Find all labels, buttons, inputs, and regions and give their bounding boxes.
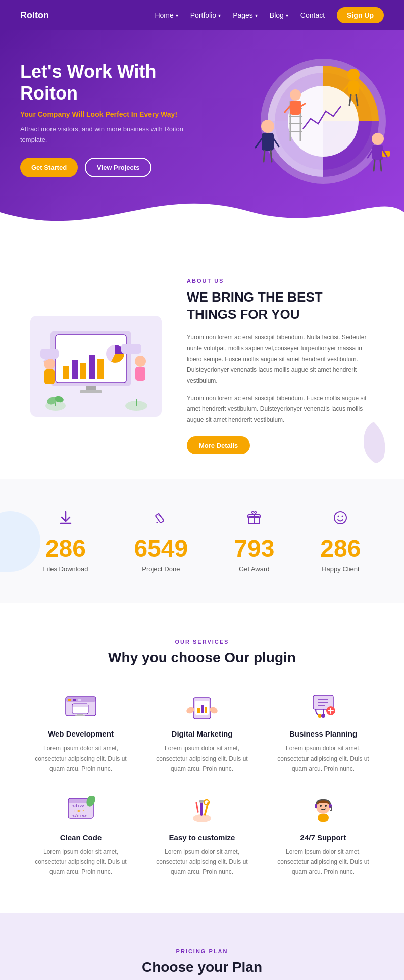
service-planning-name: Business Planning	[273, 729, 374, 738]
nav-contact[interactable]: Contact	[300, 11, 325, 19]
svg-rect-15	[372, 145, 383, 160]
svg-rect-39	[86, 386, 96, 390]
svg-rect-9	[262, 133, 274, 151]
svg-point-87	[318, 714, 322, 718]
svg-rect-66	[68, 699, 71, 701]
svg-rect-44	[135, 367, 145, 381]
hero-description: Attract more visitors, and win more busi…	[20, 124, 192, 145]
svg-rect-71	[77, 714, 83, 715]
hero-illustration	[222, 40, 394, 192]
service-planning-desc: Lorem ipsum dolor sit amet, consectetur …	[273, 743, 374, 774]
svg-rect-36	[89, 355, 95, 379]
hero-content: Let's Work With Roiton Your Company Will…	[20, 61, 192, 177]
nav-blog[interactable]: Blog	[270, 11, 288, 19]
service-code-desc: Lorem ipsum dolor sit amet, consectetur …	[30, 847, 131, 877]
decorative-blob-left	[0, 511, 40, 572]
svg-point-2	[347, 69, 360, 81]
nav-pages[interactable]: Pages	[233, 11, 258, 19]
hero-buttons: Get Started View Projects	[20, 158, 192, 177]
stat-awards-number: 793	[234, 534, 274, 562]
svg-rect-40	[80, 390, 102, 393]
service-support: 24/7 Support Lorem ipsum dolor sit amet,…	[273, 795, 374, 877]
svg-point-62	[338, 516, 339, 517]
svg-rect-35	[80, 363, 86, 379]
view-projects-button[interactable]: View Projects	[85, 158, 152, 177]
svg-rect-47	[121, 344, 141, 354]
services-header: OUR SERVICES Why you choose Our plugin	[30, 639, 374, 666]
svg-rect-3	[348, 81, 359, 95]
svg-rect-97	[199, 800, 204, 803]
hero-wave	[0, 182, 404, 242]
svg-line-12	[264, 151, 265, 162]
about-label: ABOUT US	[187, 278, 374, 284]
svg-point-8	[261, 120, 274, 133]
svg-rect-34	[72, 360, 78, 379]
smiley-icon	[320, 510, 361, 529]
svg-rect-28	[290, 101, 301, 115]
svg-point-102	[320, 805, 322, 807]
logo: Roiton	[20, 10, 49, 21]
clean-code-icon: <div> code </div>	[61, 795, 101, 825]
nav-portfolio[interactable]: Portfolio	[190, 11, 221, 19]
svg-point-88	[321, 714, 325, 718]
svg-rect-42	[44, 369, 55, 384]
services-label: OUR SERVICES	[30, 639, 374, 645]
service-digital-marketing: Digital Marketing Lorem ipsum dolor sit …	[152, 691, 252, 774]
about-section: ABOUT US WE BRING THE BEST THINGS FOR YO…	[0, 242, 404, 479]
svg-rect-75	[197, 708, 200, 713]
svg-line-13	[271, 151, 272, 162]
svg-rect-67	[73, 699, 76, 701]
pricing-section: PRICING PLAN Choose your Plan $10.00 per…	[0, 913, 404, 980]
signup-button[interactable]: Sign Up	[337, 7, 384, 23]
navbar: Roiton Home Portfolio Pages Blog Contact…	[0, 0, 404, 30]
svg-point-103	[325, 805, 327, 807]
stat-files-label: Files Download	[43, 565, 88, 573]
svg-rect-70	[72, 704, 88, 707]
stat-files-download: 286 Files Download	[43, 510, 88, 573]
stat-happy-client: 286 Happy Client	[320, 510, 361, 573]
about-image	[30, 316, 162, 417]
stat-project-label: Project Done	[134, 565, 188, 573]
svg-rect-72	[75, 715, 85, 716]
get-started-button[interactable]: Get Started	[20, 158, 78, 177]
service-code-name: Clean Code	[30, 833, 131, 842]
services-section: OUR SERVICES Why you choose Our plugin	[0, 603, 404, 912]
stats-section: 286 Files Download 6549 Project Done 793…	[0, 479, 404, 603]
svg-text:</div>: </div>	[72, 814, 87, 818]
svg-line-19	[374, 160, 375, 171]
svg-rect-104	[315, 804, 317, 808]
pricing-label: PRICING PLAN	[20, 948, 384, 954]
pricing-title: Choose your Plan	[20, 959, 384, 975]
svg-rect-77	[205, 707, 207, 713]
service-customize-name: Easy to customize	[152, 833, 252, 842]
service-web-development: Web Development Lorem ipsum dolor sit am…	[30, 691, 131, 774]
svg-rect-37	[97, 359, 104, 379]
svg-point-27	[290, 89, 301, 101]
stat-happy-label: Happy Client	[320, 565, 361, 573]
svg-line-20	[380, 160, 381, 171]
service-marketing-desc: Lorem ipsum dolor sit amet, consectetur …	[152, 743, 252, 774]
business-planning-icon	[303, 691, 343, 721]
stat-files-number: 286	[43, 534, 88, 562]
svg-rect-96	[200, 801, 203, 816]
stat-awards: 793 Get Award	[234, 510, 274, 573]
more-details-button[interactable]: More Details	[187, 436, 250, 454]
hero-section: Let's Work With Roiton Your Company Will…	[0, 30, 404, 242]
stat-awards-label: Get Award	[234, 565, 274, 573]
gift-icon	[234, 510, 274, 529]
svg-text:code: code	[74, 809, 84, 813]
svg-rect-106	[318, 814, 329, 822]
services-grid: Web Development Lorem ipsum dolor sit am…	[30, 691, 374, 877]
decorative-leaf	[354, 417, 394, 469]
support-icon	[303, 795, 343, 825]
stat-project-number: 6549	[134, 534, 188, 562]
stat-happy-number: 286	[320, 534, 361, 562]
service-web-name: Web Development	[30, 729, 131, 738]
svg-line-10	[256, 139, 262, 148]
about-text: ABOUT US WE BRING THE BEST THINGS FOR YO…	[187, 278, 374, 454]
service-clean-code: <div> code </div> Clean Code Lorem ipsum…	[30, 795, 131, 877]
service-easy-customize: Easy to customize Lorem ipsum dolor sit …	[152, 795, 252, 877]
service-support-name: 24/7 Support	[273, 833, 374, 842]
nav-home[interactable]: Home	[155, 11, 178, 19]
services-title: Why you choose Our plugin	[30, 650, 374, 666]
